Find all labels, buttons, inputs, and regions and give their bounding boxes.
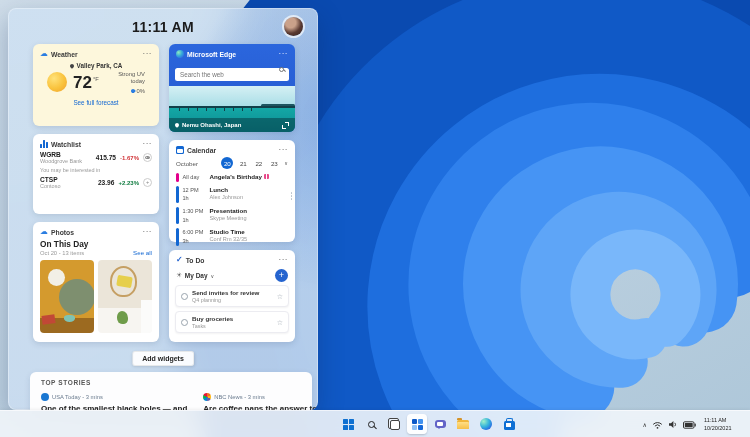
chevron-down-icon: ∨ — [211, 273, 215, 279]
stock-change: +2.23% — [118, 180, 139, 186]
star-icon[interactable]: ☆ — [277, 293, 283, 300]
event-title: Angela's Birthday — [210, 173, 262, 180]
calendar-month: October — [176, 160, 198, 167]
calendar-date[interactable]: 23 — [269, 160, 280, 167]
event-color-bar — [176, 207, 179, 224]
todo-widget[interactable]: ✓ To Do ··· ☀ My Day ∨ + Send invites fo… — [169, 250, 295, 342]
volume-icon[interactable] — [668, 420, 678, 429]
star-icon[interactable]: ☆ — [277, 319, 283, 326]
search-icon — [279, 67, 284, 72]
edge-menu-button[interactable]: ··· — [279, 52, 289, 56]
edge-photo[interactable]: Nemu Ohashi, Japan — [169, 86, 295, 132]
stock-row[interactable]: WGRB Woodgrove Bank 415.75 -1.67% — [33, 148, 159, 165]
edge-search-input[interactable] — [175, 68, 289, 81]
search-icon — [368, 421, 375, 428]
photos-subheading: Oct 20 - 13 items — [40, 250, 88, 256]
event-subtitle: Alex Johnson — [210, 193, 289, 201]
photos-menu-button[interactable]: ··· — [143, 230, 153, 234]
add-task-button[interactable]: + — [275, 269, 288, 282]
calendar-event[interactable]: 12 PM 1h Lunch Alex Johnson — [169, 184, 295, 205]
event-duration: 3h — [183, 237, 206, 246]
task-view-button[interactable] — [384, 414, 404, 434]
weather-widget[interactable]: ☁ Weather ··· Valley Park, CA 72 °F Stro… — [33, 44, 159, 126]
chat-button[interactable] — [430, 414, 450, 434]
file-explorer-button[interactable] — [453, 414, 473, 434]
photo-thumbnail[interactable] — [98, 260, 152, 333]
expand-icon[interactable] — [282, 122, 289, 129]
stock-row[interactable]: CTSP Contoso 23.96 +2.23% + — [33, 173, 159, 190]
edge-widget[interactable]: Microsoft Edge ··· Nemu Ohashi, Japan — [169, 44, 295, 132]
photos-widget[interactable]: ☁ Photos ··· On This Day Oct 20 - 13 ite… — [33, 222, 159, 342]
todo-title: To Do — [186, 257, 205, 264]
edge-icon — [480, 418, 492, 430]
photo-thumbnail[interactable] — [40, 260, 94, 333]
edge-browser-button[interactable] — [476, 414, 496, 434]
todo-list-selector[interactable]: My Day — [185, 272, 208, 279]
event-title: Lunch — [210, 186, 289, 193]
photos-cloud-icon: ☁ — [40, 228, 48, 236]
task-row[interactable]: Send invites for review Q4 planning ☆ — [175, 285, 289, 307]
calendar-date[interactable]: 21 — [238, 160, 249, 167]
event-subtitle: Conf Rm 32/35 — [210, 235, 289, 243]
watchlist-chart-icon — [40, 140, 48, 148]
news-feed-card: TOP STORIES USA Today - 3 mins One of th… — [30, 372, 312, 410]
taskbar-center-icons — [338, 414, 519, 434]
raindrop-icon — [130, 88, 136, 94]
nbc-news-icon — [203, 393, 211, 401]
stock-symbol: WGRB — [40, 151, 86, 158]
event-duration: 1h — [183, 216, 206, 225]
task-subtitle: Q4 planning — [192, 297, 259, 303]
edge-photo-caption: Nemu Ohashi, Japan — [182, 122, 241, 128]
stock-price: 23.96 — [98, 179, 115, 186]
search-button[interactable] — [361, 414, 381, 434]
watch-eye-button[interactable] — [143, 153, 152, 162]
edge-title: Microsoft Edge — [187, 51, 236, 58]
calendar-date[interactable]: 22 — [253, 160, 264, 167]
news-story[interactable]: NBC News - 3 mins Are coffee naps the an… — [203, 393, 318, 410]
calendar-event[interactable]: 1:30 PM 1h Presentation Skype Meeting — [169, 205, 295, 226]
taskbar: ∧ 11:11 AM 10/20/2021 — [0, 410, 750, 437]
scrollbar[interactable] — [291, 192, 293, 200]
add-widgets-button[interactable]: Add widgets — [132, 351, 194, 366]
task-checkbox[interactable] — [181, 293, 188, 300]
watchlist-menu-button[interactable]: ··· — [143, 142, 153, 146]
battery-icon[interactable] — [683, 421, 696, 429]
calendar-menu-button[interactable]: ··· — [279, 148, 289, 152]
todo-check-icon: ✓ — [176, 256, 183, 264]
store-button[interactable] — [499, 414, 519, 434]
wifi-icon[interactable] — [652, 420, 663, 429]
calendar-event[interactable]: 6:00 PM 3h Studio Time Conf Rm 32/35 — [169, 226, 295, 247]
windows-logo-icon — [343, 419, 354, 430]
event-color-bar — [176, 228, 179, 245]
tray-chevron-up-icon[interactable]: ∧ — [643, 421, 647, 428]
system-tray: ∧ 11:11 AM 10/20/2021 — [643, 411, 750, 437]
weather-menu-button[interactable]: ··· — [143, 52, 153, 56]
widgets-button[interactable] — [407, 414, 427, 434]
start-button[interactable] — [338, 414, 358, 434]
gift-icon — [264, 174, 269, 179]
event-subtitle: Skype Meeting — [210, 214, 289, 222]
watchlist-widget[interactable]: Watchlist ··· WGRB Woodgrove Bank 415.75… — [33, 134, 159, 214]
task-row[interactable]: Buy groceries Tasks ☆ — [175, 311, 289, 333]
task-checkbox[interactable] — [181, 319, 188, 326]
watchlist-title: Watchlist — [51, 141, 81, 148]
stock-name: Woodgrove Bank — [40, 158, 86, 164]
user-avatar[interactable] — [284, 17, 303, 36]
sun-icon: ☀ — [176, 272, 182, 279]
calendar-icon — [176, 146, 184, 154]
see-full-forecast-link[interactable]: See full forecast — [33, 99, 159, 106]
calendar-event[interactable]: All day Angela's Birthday — [169, 171, 295, 184]
eye-icon — [145, 156, 150, 159]
event-time: 1:30 PM — [183, 207, 206, 216]
widget-grid: ☁ Weather ··· Valley Park, CA 72 °F Stro… — [33, 44, 295, 342]
chevron-down-icon[interactable]: ∨ — [284, 160, 288, 166]
weather-title: Weather — [51, 51, 78, 58]
see-all-link[interactable]: See all — [133, 249, 152, 256]
add-stock-button[interactable]: + — [143, 178, 152, 187]
news-story[interactable]: USA Today - 3 mins One of the smallest b… — [41, 393, 187, 410]
calendar-date-selected[interactable]: 20 — [221, 157, 233, 169]
sun-icon — [47, 72, 67, 92]
todo-menu-button[interactable]: ··· — [279, 258, 289, 262]
tray-clock[interactable]: 11:11 AM 10/20/2021 — [704, 417, 750, 432]
calendar-widget[interactable]: Calendar ··· October 20 21 22 23 ∨ All d… — [169, 140, 295, 242]
